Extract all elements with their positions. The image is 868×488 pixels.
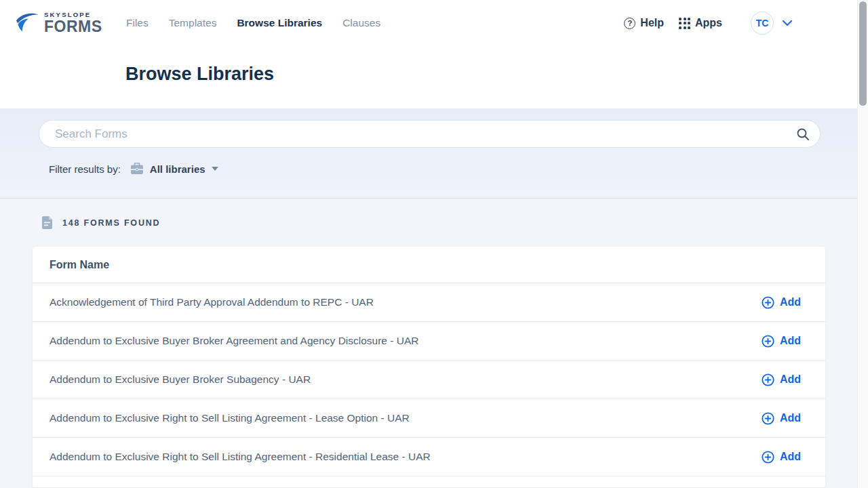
form-name: Addendum to Exclusive Right to Sell List…	[50, 412, 410, 424]
forms-table: Form Name Acknowledgement of Third Party…	[33, 247, 825, 487]
search-icon[interactable]	[796, 127, 810, 141]
vertical-scrollbar-track[interactable]	[857, 0, 868, 488]
libraries-filter-dropdown[interactable]: All libraries	[150, 163, 218, 175]
search-section: Filter results by: All libraries	[0, 108, 857, 199]
nav-item-files[interactable]: Files	[126, 17, 149, 29]
table-row-partial	[33, 476, 825, 487]
filter-label: Filter results by:	[49, 163, 121, 175]
results-section: 148 FORMS FOUND Form Name Acknowledgemen…	[0, 199, 857, 487]
caret-down-icon	[212, 167, 218, 171]
add-label: Add	[780, 373, 801, 386]
add-button[interactable]: Add	[762, 373, 801, 386]
circle-plus-icon	[762, 373, 774, 386]
skyslope-forms-logo[interactable]: SKYSLOPE FORMS	[15, 12, 126, 35]
form-name: Acknowledgement of Third Party Approval …	[50, 296, 374, 308]
page-title: Browse Libraries	[125, 64, 857, 85]
nav-item-browse-libraries[interactable]: Browse Libraries	[237, 17, 322, 29]
search-bar	[39, 120, 821, 148]
circle-plus-icon	[762, 451, 774, 464]
user-avatar[interactable]: TC	[751, 12, 774, 35]
add-button[interactable]: Add	[762, 296, 801, 309]
help-question-icon: ?	[624, 18, 635, 29]
column-header-form-name: Form Name	[50, 259, 109, 271]
table-row: Addendum to Exclusive Buyer Broker Subag…	[33, 361, 825, 399]
skyslope-swoosh-icon	[15, 12, 39, 35]
circle-plus-icon	[762, 412, 774, 425]
table-row: Addendum to Exclusive Buyer Broker Agree…	[33, 322, 825, 361]
form-name: Addendum to Exclusive Right to Sell List…	[50, 451, 431, 463]
top-actions: ? Help Apps TC	[624, 12, 857, 35]
logo-text: SKYSLOPE FORMS	[44, 12, 102, 35]
briefcase-icon	[130, 163, 144, 175]
table-row: Acknowledgement of Third Party Approval …	[33, 283, 825, 322]
add-label: Add	[780, 296, 801, 308]
forms-found: 148 FORMS FOUND	[41, 216, 857, 230]
apps-button[interactable]: Apps	[664, 17, 722, 29]
form-name: Addendum to Exclusive Buyer Broker Agree…	[50, 335, 418, 347]
circle-plus-icon	[762, 335, 774, 348]
apps-grid-icon	[679, 18, 690, 29]
nav-item-clauses[interactable]: Clauses	[342, 17, 380, 29]
add-label: Add	[780, 412, 801, 424]
circle-plus-icon	[762, 296, 774, 309]
chevron-down-icon[interactable]	[782, 20, 793, 26]
add-button[interactable]: Add	[762, 451, 801, 464]
add-button[interactable]: Add	[762, 335, 801, 348]
table-row: Addendum to Exclusive Right to Sell List…	[33, 399, 825, 438]
table-header-row: Form Name	[33, 247, 825, 283]
main-nav: Files Templates Browse Libraries Clauses	[126, 17, 380, 29]
add-label: Add	[780, 451, 801, 463]
vertical-scrollbar-thumb[interactable]	[859, 1, 867, 106]
filter-selected-value: All libraries	[150, 163, 205, 175]
apps-label: Apps	[695, 17, 722, 29]
table-row: Addendum to Exclusive Right to Sell List…	[33, 438, 825, 476]
help-button[interactable]: ? Help	[624, 17, 664, 29]
filter-row: Filter results by: All libraries	[49, 163, 857, 175]
document-icon	[41, 216, 53, 230]
app-header: SKYSLOPE FORMS Files Templates Browse Li…	[0, 0, 857, 108]
search-input[interactable]	[55, 127, 796, 141]
logo-skyslope-label: SKYSLOPE	[44, 12, 102, 18]
logo-forms-label: FORMS	[44, 19, 102, 35]
help-label: Help	[640, 17, 664, 29]
forms-found-count: 148 FORMS FOUND	[62, 218, 160, 228]
add-button[interactable]: Add	[762, 412, 801, 425]
table-body: Acknowledgement of Third Party Approval …	[33, 283, 825, 476]
nav-item-templates[interactable]: Templates	[169, 17, 217, 29]
top-bar: SKYSLOPE FORMS Files Templates Browse Li…	[0, 0, 857, 46]
add-label: Add	[780, 335, 801, 347]
form-name: Addendum to Exclusive Buyer Broker Subag…	[50, 373, 311, 386]
page-content: SKYSLOPE FORMS Files Templates Browse Li…	[0, 0, 857, 487]
